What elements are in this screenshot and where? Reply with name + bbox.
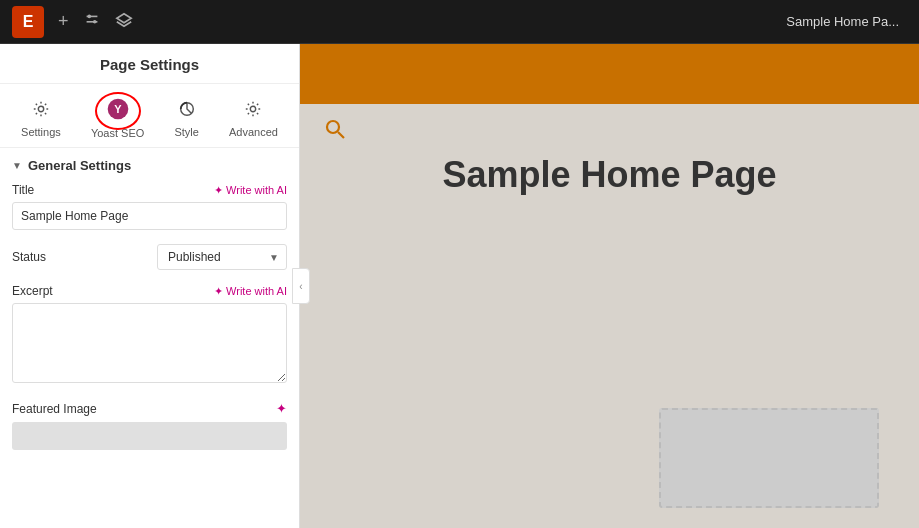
top-bar: E + Sample Home Pa... <box>0 0 919 44</box>
excerpt-ai-text: Write with AI <box>226 285 287 297</box>
status-select[interactable]: Published Draft Private <box>157 244 287 270</box>
right-preview: Sample Home Page <box>300 44 919 528</box>
preview-content-box <box>659 408 879 508</box>
svg-point-3 <box>92 20 96 24</box>
featured-image-field-group: Featured Image ✦ <box>12 401 287 450</box>
excerpt-field-group: Excerpt ✦ Write with AI <box>12 284 287 387</box>
left-panel-wrapper: Page Settings Settings <box>0 44 300 528</box>
title-input[interactable] <box>12 202 287 230</box>
status-label: Status <box>12 250 46 264</box>
section-label: General Settings <box>28 158 131 173</box>
left-panel: Page Settings Settings <box>0 44 300 528</box>
elementor-logo[interactable]: E <box>12 6 44 38</box>
status-row: Status Published Draft Private ▼ <box>12 244 287 270</box>
page-title-topbar: Sample Home Pa... <box>786 14 907 29</box>
logo-letter: E <box>23 13 34 31</box>
svg-point-10 <box>327 121 339 133</box>
title-ai-link[interactable]: ✦ Write with AI <box>214 184 287 197</box>
preview-body: Sample Home Page <box>300 104 919 528</box>
svg-point-1 <box>87 14 91 18</box>
preview-page-title: Sample Home Page <box>442 154 776 196</box>
section-arrow: ▼ <box>12 160 22 171</box>
advanced-tab-icon <box>244 100 262 123</box>
yoast-tab-label: Yoast SEO <box>91 127 144 139</box>
svg-point-9 <box>251 106 256 111</box>
excerpt-ai-star-icon: ✦ <box>214 285 223 298</box>
preview-header <box>300 44 919 104</box>
tab-yoast-seo[interactable]: Y Yoast SEO <box>83 94 152 143</box>
excerpt-ai-link[interactable]: ✦ Write with AI <box>214 285 287 298</box>
featured-image-label: Featured Image <box>12 402 97 416</box>
preview-search-icon[interactable] <box>324 118 346 145</box>
form-body: Title ✦ Write with AI Status <box>0 183 299 528</box>
svg-text:Y: Y <box>114 103 122 115</box>
panel-collapse-handle[interactable]: ‹ <box>292 268 310 304</box>
featured-image-row: Featured Image ✦ <box>12 401 287 416</box>
style-tab-icon <box>178 100 196 123</box>
title-field-group: Title ✦ Write with AI <box>12 183 287 230</box>
tabs-row: Settings Y Yoast SEO <box>0 84 299 148</box>
top-bar-left: E + <box>12 6 133 38</box>
general-settings-section[interactable]: ▼ General Settings <box>0 148 299 183</box>
panel-title: Page Settings <box>0 44 299 84</box>
status-select-wrapper: Published Draft Private ▼ <box>157 244 287 270</box>
excerpt-label-row: Excerpt ✦ Write with AI <box>12 284 287 298</box>
tab-advanced[interactable]: Advanced <box>221 96 286 142</box>
title-label: Title <box>12 183 34 197</box>
featured-image-placeholder[interactable] <box>12 422 287 450</box>
settings-tab-label: Settings <box>21 126 61 138</box>
featured-image-expand-icon[interactable]: ✦ <box>276 401 287 416</box>
sliders-icon[interactable] <box>83 11 101 33</box>
yoast-tab-wrapper: Y <box>107 98 129 122</box>
title-ai-text: Write with AI <box>226 184 287 196</box>
excerpt-label: Excerpt <box>12 284 53 298</box>
add-icon[interactable]: + <box>58 11 69 32</box>
ai-star-icon: ✦ <box>214 184 223 197</box>
layers-icon[interactable] <box>115 11 133 33</box>
advanced-tab-label: Advanced <box>229 126 278 138</box>
tab-style[interactable]: Style <box>166 96 206 142</box>
tab-settings[interactable]: Settings <box>13 96 69 142</box>
main-layout: Page Settings Settings <box>0 44 919 528</box>
style-tab-label: Style <box>174 126 198 138</box>
svg-point-5 <box>38 106 43 111</box>
status-field-group: Status Published Draft Private ▼ <box>12 244 287 270</box>
svg-line-11 <box>338 132 344 138</box>
settings-tab-icon <box>32 100 50 123</box>
excerpt-textarea[interactable] <box>12 303 287 383</box>
svg-marker-4 <box>116 13 130 22</box>
collapse-arrow-icon: ‹ <box>299 281 302 292</box>
title-label-row: Title ✦ Write with AI <box>12 183 287 197</box>
